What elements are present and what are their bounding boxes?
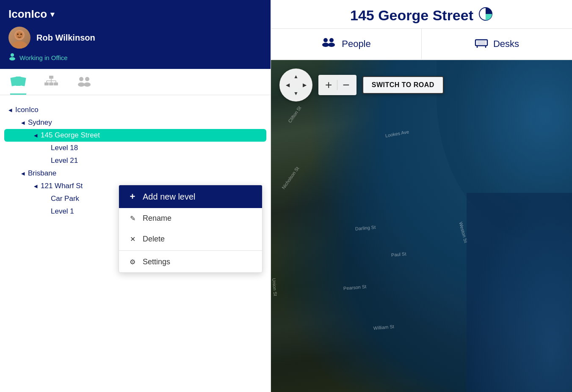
context-item-label: Rename [143, 214, 171, 223]
arrow-icon: ◀ [8, 107, 12, 113]
tab-people[interactable] [76, 75, 92, 95]
company-name-text: IconIco [8, 8, 47, 21]
pie-chart-icon[interactable] [478, 7, 493, 24]
chevron-down-icon: ▾ [50, 10, 54, 19]
company-name-row[interactable]: IconIco ▾ [8, 8, 262, 21]
svg-rect-28 [477, 41, 486, 45]
water-area-bottom [467, 193, 572, 392]
svg-point-4 [20, 33, 22, 35]
people-icon [76, 75, 92, 88]
svg-point-3 [17, 33, 19, 35]
tree-label: Sydney [28, 118, 52, 127]
context-rename[interactable]: ✎ Rename [119, 208, 262, 229]
sidebar: IconIco ▾ Rob Wilkinson [0, 0, 271, 392]
tree-item-level21[interactable]: Level 21 [0, 154, 271, 167]
svg-point-18 [79, 77, 83, 81]
svg-point-20 [85, 77, 89, 81]
tree-label: Car Park [51, 195, 79, 203]
tree-item-145george[interactable]: ◀ 145 George Street [4, 129, 266, 142]
svg-point-24 [322, 43, 329, 47]
nav-right-button[interactable]: ▶ [300, 81, 309, 89]
street-label-darling: Darling St [355, 224, 376, 231]
tree-item-sydney[interactable]: ◀ Sydney [0, 116, 271, 129]
desk-svg-icon [475, 36, 488, 48]
svg-point-19 [78, 82, 85, 87]
svg-point-5 [11, 53, 14, 57]
x-icon: ✕ [128, 235, 137, 243]
context-add-level[interactable]: + Add new level [119, 185, 262, 208]
svg-point-6 [9, 57, 15, 60]
tree-label: IconIco [15, 106, 39, 114]
map-tab-desks[interactable]: Desks [422, 29, 572, 60]
tree-label: Brisbane [28, 169, 56, 178]
arrow-icon: ◀ [21, 171, 25, 176]
map-tabs: People Desks [271, 29, 572, 60]
svg-rect-12 [49, 82, 53, 85]
pie-icon-svg [478, 7, 493, 21]
tree-area: ◀ IconIco ◀ Sydney ◀ 145 George Street +… [0, 95, 271, 392]
gear-icon: ⚙ [128, 258, 137, 266]
avatar [8, 27, 30, 49]
svg-point-21 [84, 82, 91, 87]
street-label-lookes: Lookes Ave [385, 129, 409, 138]
arrow-icon: ◀ [34, 133, 37, 138]
svg-point-26 [328, 43, 335, 47]
context-delete[interactable]: ✕ Delete [119, 229, 262, 249]
tree-item-level18[interactable]: Level 18 [0, 142, 271, 154]
svg-rect-13 [54, 82, 58, 85]
map-tab-people[interactable]: People [271, 29, 422, 60]
status-text: Working in Office [19, 54, 68, 61]
map-controls: ▲ ◀ ▶ ▼ + − SWITCH TO ROAD [279, 69, 444, 101]
avatar-icon [8, 27, 30, 49]
user-row: Rob Wilkinson [8, 27, 262, 49]
map-title-text: 145 George Street [350, 7, 473, 24]
map-title: 145 George Street [350, 7, 493, 24]
nav-tabs [0, 69, 271, 95]
menu-divider [119, 250, 262, 251]
sidebar-header: IconIco ▾ Rob Wilkinson [0, 0, 271, 69]
tree-label: Level 1 [51, 207, 74, 216]
desks-tab-label: Desks [493, 38, 519, 49]
svg-rect-10 [49, 76, 53, 79]
svg-point-23 [323, 38, 328, 42]
street-label-william: William St [373, 324, 394, 331]
tab-orgchart[interactable] [43, 75, 59, 95]
tree-label: Level 21 [51, 156, 78, 165]
status-row: Working in Office [8, 53, 262, 62]
zoom-controls: + − [318, 75, 356, 95]
orgchart-icon [43, 75, 59, 88]
nav-up-button[interactable]: ▲ [292, 72, 300, 81]
avatar-image [8, 27, 30, 49]
tab-map[interactable] [10, 75, 26, 95]
map-icon [10, 75, 26, 88]
context-menu: + Add new level ✎ Rename ✕ Delete ⚙ Sett… [119, 185, 263, 273]
person-icon [8, 53, 16, 62]
people-svg-icon [321, 36, 337, 48]
status-person-icon [8, 53, 16, 60]
zoom-in-button[interactable]: + [325, 78, 332, 92]
nav-down-button[interactable]: ▼ [292, 89, 300, 98]
map-area: 145 George Street People [271, 0, 572, 392]
tree-item-iconico[interactable]: ◀ IconIco [0, 104, 271, 116]
street-label-paul: Paul St [391, 251, 406, 258]
svg-point-25 [329, 38, 334, 42]
map-container: Clifton St Nicholson St Lookes Ave Darli… [271, 60, 572, 392]
context-settings[interactable]: ⚙ Settings [119, 252, 262, 272]
context-item-label: Settings [143, 258, 170, 266]
street-label-clifton: Clifton St [287, 105, 302, 123]
arrow-icon: ◀ [21, 120, 25, 126]
zoom-out-button[interactable]: − [343, 78, 349, 92]
pencil-icon: ✎ [128, 214, 137, 222]
svg-point-2 [12, 41, 27, 49]
arrow-icon: ◀ [34, 184, 37, 189]
nav-circle: ▲ ◀ ▶ ▼ [279, 69, 312, 101]
plus-icon: + [128, 191, 137, 202]
switch-to-road-button[interactable]: SWITCH TO ROAD [362, 76, 444, 94]
street-label-pearson: Pearson St [343, 284, 366, 291]
svg-rect-11 [44, 82, 49, 85]
tree-item-brisbane[interactable]: ◀ Brisbane [0, 167, 271, 180]
street-label-nicholson: Nicholson St [281, 166, 300, 190]
map-header: 145 George Street [271, 0, 572, 29]
nav-left-button[interactable]: ◀ [283, 81, 292, 89]
context-item-label: Add new level [143, 192, 196, 202]
